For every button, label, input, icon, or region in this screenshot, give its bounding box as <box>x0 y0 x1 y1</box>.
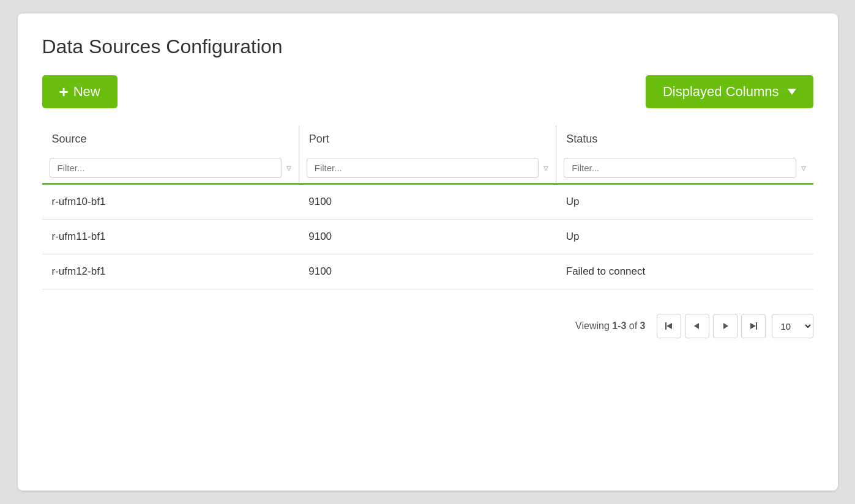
svg-marker-0 <box>665 322 666 330</box>
table-row: r-ufm11-bf19100Up <box>42 220 813 254</box>
cell-port: 9100 <box>299 254 556 289</box>
filter-source-icon: ▿ <box>286 162 291 174</box>
viewing-of: of <box>626 321 640 331</box>
svg-marker-1 <box>666 323 672 329</box>
filter-port-cell: ▿ <box>299 153 556 183</box>
table-body: r-ufm10-bf19100Upr-ufm11-bf19100Upr-ufm1… <box>42 185 813 289</box>
next-page-icon <box>721 322 730 330</box>
table-row: r-ufm10-bf19100Up <box>42 185 813 220</box>
viewing-text: Viewing 1-3 of 3 <box>575 321 645 332</box>
cell-status: Failed to connect <box>556 254 813 289</box>
viewing-total: 3 <box>640 321 646 331</box>
pagination: Viewing 1-3 of 3 5 10 25 50 100 <box>42 314 813 338</box>
filter-port-input[interactable] <box>307 158 539 178</box>
svg-marker-3 <box>723 323 728 329</box>
page-title: Data Sources Configuration <box>42 35 813 58</box>
cell-port: 9100 <box>299 220 556 254</box>
new-button-label: New <box>73 84 100 100</box>
col-source: Source <box>42 125 299 153</box>
filter-status-icon: ▿ <box>801 162 806 174</box>
first-page-icon <box>665 322 673 330</box>
cell-source: r-ufm12-bf1 <box>42 254 299 289</box>
per-page-select[interactable]: 5 10 25 50 100 <box>772 314 813 338</box>
data-table: Source Port Status ▿ ▿ <box>42 125 813 289</box>
plus-icon: + <box>59 84 69 100</box>
filter-row: ▿ ▿ ▿ <box>42 153 813 183</box>
toolbar: + New Displayed Columns <box>42 75 813 108</box>
filter-port-wrapper: ▿ <box>307 158 549 178</box>
svg-marker-5 <box>750 323 756 329</box>
filter-status-input[interactable] <box>564 158 796 178</box>
cell-status: Up <box>556 220 813 254</box>
filter-source-cell: ▿ <box>42 153 299 183</box>
last-page-icon <box>749 322 758 330</box>
cell-port: 9100 <box>299 185 556 220</box>
svg-marker-2 <box>694 323 699 329</box>
next-page-button[interactable] <box>713 314 737 338</box>
last-page-button[interactable] <box>741 314 766 338</box>
filter-status-wrapper: ▿ <box>564 158 805 178</box>
chevron-down-icon <box>788 89 796 95</box>
cell-source: r-ufm10-bf1 <box>42 185 299 220</box>
prev-page-icon <box>693 322 701 330</box>
viewing-range: 1-3 <box>612 321 626 331</box>
filter-port-icon: ▿ <box>543 162 548 174</box>
displayed-columns-label: Displayed Columns <box>663 84 779 100</box>
new-button[interactable]: + New <box>42 75 118 108</box>
displayed-columns-button[interactable]: Displayed Columns <box>646 75 813 108</box>
viewing-prefix: Viewing <box>575 321 612 331</box>
prev-page-button[interactable] <box>685 314 709 338</box>
filter-source-input[interactable] <box>50 158 282 178</box>
filter-status-cell: ▿ <box>556 153 813 183</box>
table-header-row: Source Port Status <box>42 125 813 153</box>
col-port: Port <box>299 125 556 153</box>
col-status: Status <box>556 125 813 153</box>
cell-status: Up <box>556 185 813 220</box>
table-row: r-ufm12-bf19100Failed to connect <box>42 254 813 289</box>
filter-source-wrapper: ▿ <box>50 158 291 178</box>
svg-marker-4 <box>756 322 757 330</box>
first-page-button[interactable] <box>657 314 681 338</box>
cell-source: r-ufm11-bf1 <box>42 220 299 254</box>
main-card: Data Sources Configuration + New Display… <box>18 13 838 491</box>
